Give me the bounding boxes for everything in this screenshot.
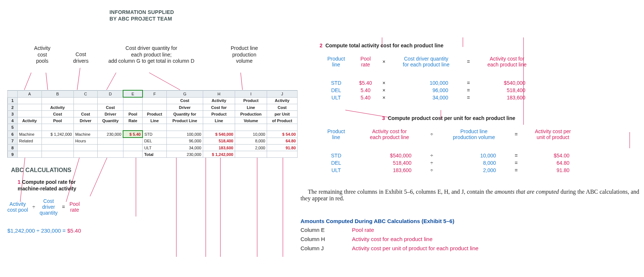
abc-title: ABC CALCULATIONS bbox=[11, 167, 71, 174]
row-num: 7 bbox=[8, 138, 18, 145]
grid2-cost: 518,400 bbox=[474, 87, 540, 93]
grid3-cost: 518,400 bbox=[353, 160, 426, 166]
table-row: 2ActivityCostDriverCost forLineCost bbox=[8, 104, 298, 111]
cell: 64.80 bbox=[267, 138, 297, 145]
header-cell: Cost for bbox=[203, 104, 235, 111]
header-cell: Volume bbox=[235, 117, 267, 124]
header-cell: Production bbox=[235, 111, 267, 117]
header-cell: Rate bbox=[123, 117, 143, 124]
grid2-mul: × bbox=[378, 87, 389, 93]
legend-desc: Pool rate bbox=[352, 227, 572, 233]
svg-line-3 bbox=[107, 73, 116, 90]
col-F: F bbox=[143, 90, 167, 97]
formula1: Activitycost pool ÷ Costdriverquantity =… bbox=[7, 198, 80, 216]
grid2-pl: ULT bbox=[320, 95, 353, 101]
legend-desc: Activity cost for each product line bbox=[352, 236, 572, 242]
header-cell bbox=[42, 97, 73, 104]
table-row: 7RelatedHoursDEL96,000518,4008,00064.80 bbox=[8, 138, 298, 145]
header-cell bbox=[123, 97, 143, 104]
para-lead: The remaining three columns in Exhibit 5… bbox=[308, 189, 494, 195]
f1-div: ÷ bbox=[32, 204, 36, 210]
f3-prod-volume: Product lineproduction volume bbox=[437, 128, 511, 140]
grid3-vol: 2,000 bbox=[437, 167, 511, 173]
col-A: A bbox=[18, 90, 42, 97]
cell bbox=[267, 124, 297, 131]
formula3: Productline Activity cost foreach produc… bbox=[320, 128, 584, 140]
grid2-cost: 183,600 bbox=[474, 95, 540, 101]
col-I: I bbox=[235, 90, 267, 97]
row-num: 1 bbox=[8, 97, 18, 104]
header-cell: Cost bbox=[42, 111, 73, 117]
f2-activity-cost: Activity cost foreach product line bbox=[474, 56, 540, 68]
table-row: 8ULT34,000183,6002,00091.80 bbox=[8, 145, 298, 151]
f2-eq: = bbox=[463, 59, 474, 65]
f2-product-line: Productline bbox=[320, 56, 353, 68]
col-corner bbox=[8, 90, 18, 97]
cell bbox=[123, 145, 143, 151]
cell bbox=[267, 151, 297, 158]
cell: 518,400 bbox=[203, 138, 235, 145]
f3-cost-per-unit: Activity cost perunit of product bbox=[522, 128, 584, 140]
spreadsheet: ABCDEFGHIJ 1CostActivityProductActivity2… bbox=[7, 90, 298, 158]
grid2-rate: 5.40 bbox=[353, 95, 378, 101]
header-cell: Product bbox=[203, 111, 235, 117]
grid3-div: ÷ bbox=[426, 153, 437, 158]
cell bbox=[203, 124, 235, 131]
svg-line-0 bbox=[24, 73, 31, 90]
f2-pool-rate: Poolrate bbox=[353, 56, 378, 68]
table-row: 6Machine$ 1,242,000Machine230,000$ 5.40S… bbox=[8, 131, 298, 138]
calc1-rhs: $5.40 bbox=[67, 227, 81, 234]
grid2-eq: = bbox=[463, 80, 474, 86]
row-num: 6 bbox=[8, 131, 18, 138]
grid3-vol: 10,000 bbox=[437, 153, 511, 158]
cell: 34,000 bbox=[167, 145, 203, 151]
grid3-unit: 64.80 bbox=[522, 160, 584, 166]
annot-qty: Cost driver quantity foreach product lin… bbox=[96, 45, 206, 65]
header-cell: Line bbox=[235, 104, 267, 111]
header-cell: Quantity for bbox=[167, 111, 203, 117]
header-cell: of Product bbox=[267, 117, 297, 124]
grid2-rate: 5.40 bbox=[353, 87, 378, 93]
f3-div: ÷ bbox=[426, 131, 437, 137]
grid2-mul: × bbox=[378, 80, 389, 86]
cell bbox=[73, 124, 98, 131]
header-cell bbox=[98, 97, 123, 104]
calc1: $1,242,000 ÷ 230,000 = $5.40 bbox=[7, 227, 81, 234]
col-D: D bbox=[98, 90, 123, 97]
cell bbox=[73, 151, 98, 158]
cell bbox=[123, 138, 143, 145]
table-row: 3CostCostDriverPoolProductQuantity forPr… bbox=[8, 111, 298, 117]
col-B: B bbox=[42, 90, 73, 97]
f3-eq: = bbox=[511, 131, 522, 137]
grid2-eq: = bbox=[463, 95, 474, 101]
cell bbox=[167, 124, 203, 131]
header-cell bbox=[18, 111, 42, 117]
grid2-mul: × bbox=[378, 95, 389, 101]
cell: 91.80 bbox=[267, 145, 297, 151]
svg-line-7 bbox=[66, 150, 82, 202]
cell bbox=[18, 124, 42, 131]
cell bbox=[123, 124, 143, 131]
cell: $ 5.40 bbox=[123, 131, 143, 138]
svg-line-4 bbox=[149, 73, 180, 90]
grid3-cost: 183,600 bbox=[353, 167, 426, 173]
header-cell: Line bbox=[143, 117, 167, 124]
grid3-pl: ULT bbox=[320, 167, 353, 173]
cell bbox=[42, 124, 73, 131]
cell: ULT bbox=[143, 145, 167, 151]
cell: Total bbox=[143, 151, 167, 158]
cell bbox=[73, 145, 98, 151]
grid2-pl: DEL bbox=[320, 87, 353, 93]
formula2: Productline Poolrate × Cost driver quant… bbox=[320, 56, 540, 68]
cell: Machine bbox=[18, 131, 42, 138]
header-cell: Pool bbox=[42, 117, 73, 124]
cell: 230,000 bbox=[167, 151, 203, 158]
cell: Hours bbox=[73, 138, 98, 145]
header-cell: Product Line bbox=[167, 117, 203, 124]
cell: 10,000 bbox=[235, 131, 267, 138]
step1-num: 1 bbox=[18, 179, 21, 185]
calc1-lhs: $1,242,000 ÷ 230,000 = bbox=[7, 227, 67, 234]
header-cell: Driver bbox=[98, 111, 123, 117]
grid2-qty: 34,000 bbox=[389, 95, 463, 101]
header-cell: Activity bbox=[203, 97, 235, 104]
